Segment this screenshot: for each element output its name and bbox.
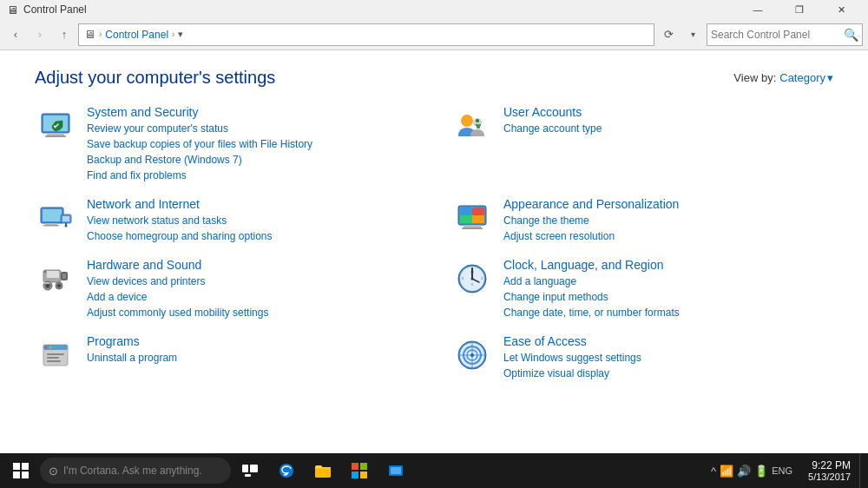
category-clock-language: 12 6 9 3 Clock, Language, and Region Add…	[451, 258, 833, 320]
clock-date: 5/13/2017	[808, 472, 851, 482]
address-bar: ‹ › ↑ 🖥 › Control Panel › ▾ ⟳ ▾ 🔍	[0, 19, 868, 50]
hardware-sound-title[interactable]: Hardware and Sound	[87, 258, 268, 272]
network-internet-text: Network and Internet View network status…	[87, 197, 272, 244]
svg-rect-22	[472, 215, 484, 223]
svg-rect-67	[352, 463, 358, 470]
system-link-3[interactable]: Backup and Restore (Windows 7)	[87, 152, 312, 168]
show-desktop-button[interactable]	[859, 453, 865, 488]
battery-tray-icon[interactable]: 🔋	[754, 465, 768, 478]
user-accounts-text: User Accounts Change account type	[503, 105, 602, 136]
view-by-dropdown[interactable]: Category ▾	[779, 71, 833, 84]
breadcrumb-dropdown[interactable]: ▾	[178, 29, 183, 40]
svg-rect-21	[472, 208, 484, 215]
appearance-title[interactable]: Appearance and Personalization	[503, 197, 679, 211]
dropdown-button[interactable]: ▾	[682, 24, 703, 45]
task-view-button[interactable]	[233, 453, 267, 488]
svg-rect-63	[242, 465, 248, 472]
network-link-2[interactable]: Choose homegroup and sharing options	[87, 228, 272, 244]
appearance-icon	[451, 197, 493, 239]
network-tray-icon[interactable]: 📶	[720, 465, 733, 478]
svg-text:12: 12	[470, 270, 475, 274]
tray-chevron[interactable]: ^	[711, 465, 716, 478]
system-link-4[interactable]: Find and fix problems	[87, 168, 312, 183]
lang-tray[interactable]: ENG	[772, 465, 792, 476]
taskbar-app5[interactable]	[378, 453, 413, 488]
clock-link-3[interactable]: Change date, time, or number formats	[503, 305, 680, 320]
programs-link-1[interactable]: Uninstall a program	[87, 350, 177, 366]
view-by-value: Category	[779, 71, 825, 84]
svg-rect-12	[62, 216, 69, 221]
clock-link-2[interactable]: Change input methods	[503, 289, 680, 305]
up-button[interactable]: ↑	[54, 24, 75, 45]
cortana-search[interactable]: ⊙ I'm Cortana. Ask me anything.	[40, 458, 231, 484]
svg-point-30	[47, 285, 49, 287]
back-button[interactable]: ‹	[5, 24, 26, 45]
category-programs: Programs Uninstall a program	[35, 334, 417, 381]
search-input[interactable]	[711, 29, 844, 41]
svg-rect-70	[360, 472, 367, 478]
breadcrumb-sep2: ›	[172, 30, 174, 39]
cortana-icon: ⊙	[49, 465, 58, 478]
taskbar-edge[interactable]	[269, 453, 304, 488]
svg-rect-62	[22, 472, 29, 478]
svg-rect-3	[45, 135, 66, 137]
network-internet-title[interactable]: Network and Internet	[87, 197, 272, 211]
main-content: Adjust your computer's settings View by:…	[0, 50, 868, 453]
svg-point-46	[45, 346, 48, 349]
system-tray: ^ 📶 🔊 🔋 ENG	[704, 465, 799, 478]
programs-title[interactable]: Programs	[87, 334, 177, 348]
minimize-button[interactable]: —	[738, 0, 778, 19]
network-link-1[interactable]: View network status and tasks	[87, 213, 272, 228]
ease-of-access-icon	[451, 334, 493, 376]
appearance-link-1[interactable]: Change the theme	[503, 213, 679, 228]
svg-rect-65	[245, 474, 251, 477]
system-security-title[interactable]: System and Security	[87, 105, 312, 119]
view-by-label: View by:	[733, 71, 776, 84]
user-accounts-title[interactable]: User Accounts	[503, 105, 602, 119]
forward-button[interactable]: ›	[30, 24, 50, 45]
categories-grid: System and Security Review your computer…	[35, 105, 833, 381]
ease-of-access-title[interactable]: Ease of Access	[503, 334, 641, 348]
clock-link-1[interactable]: Add a language	[503, 274, 680, 289]
system-link-1[interactable]: Review your computer's status	[87, 121, 312, 136]
appearance-link-2[interactable]: Adjust screen resolution	[503, 228, 679, 244]
close-button[interactable]: ✕	[821, 0, 861, 19]
svg-point-58	[470, 353, 474, 357]
svg-point-48	[54, 346, 56, 349]
ease-link-1[interactable]: Let Windows suggest settings	[503, 350, 641, 366]
svg-rect-59	[13, 463, 20, 470]
page-title: Adjust your computer's settings	[35, 68, 275, 88]
svg-rect-17	[464, 225, 481, 228]
svg-point-39	[471, 278, 474, 280]
clock-language-title[interactable]: Clock, Language, and Region	[503, 258, 680, 272]
taskbar-file-explorer[interactable]	[306, 453, 340, 488]
hardware-link-2[interactable]: Add a device	[87, 289, 268, 305]
cortana-placeholder: I'm Cortana. Ask me anything.	[63, 465, 202, 477]
breadcrumb-label[interactable]: Control Panel	[105, 29, 168, 41]
svg-rect-69	[352, 472, 358, 478]
search-submit-button[interactable]: 🔍	[844, 28, 858, 42]
svg-rect-10	[43, 225, 59, 227]
refresh-button[interactable]: ⟳	[658, 24, 679, 45]
maximize-button[interactable]: ❐	[779, 0, 819, 19]
category-ease-of-access: Ease of Access Let Windows suggest setti…	[451, 334, 833, 381]
appearance-text: Appearance and Personalization Change th…	[503, 197, 679, 244]
hardware-link-1[interactable]: View devices and printers	[87, 274, 268, 289]
app-icon: 🖥	[7, 3, 18, 16]
category-user-accounts: User Accounts Change account type	[451, 105, 833, 183]
svg-rect-72	[391, 467, 401, 474]
page-header: Adjust your computer's settings View by:…	[35, 68, 833, 88]
breadcrumb-sep1: ›	[99, 30, 102, 39]
user-link-1[interactable]: Change account type	[503, 121, 602, 136]
volume-tray-icon[interactable]: 🔊	[737, 465, 751, 478]
system-link-2[interactable]: Save backup copies of your files with Fi…	[87, 136, 312, 152]
ease-link-2[interactable]: Optimize visual display	[503, 366, 641, 381]
category-hardware-sound: Hardware and Sound View devices and prin…	[35, 258, 417, 320]
title-bar-controls: — ❐ ✕	[738, 0, 861, 19]
hardware-link-3[interactable]: Adjust commonly used mobility settings	[87, 305, 268, 320]
svg-point-33	[58, 285, 60, 287]
taskbar-clock[interactable]: 9:22 PM 5/13/2017	[801, 459, 858, 482]
taskbar-store[interactable]	[342, 453, 377, 488]
taskbar: ⊙ I'm Cortana. Ask me anything.	[0, 453, 868, 488]
start-button[interactable]	[3, 453, 38, 488]
